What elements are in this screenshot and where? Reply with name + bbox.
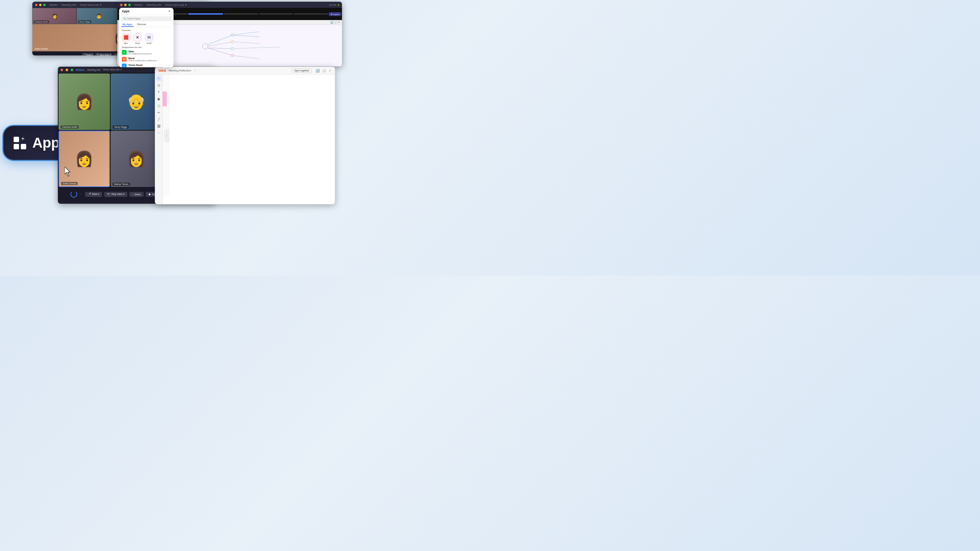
cell-name-sofia: Sofia Gomez <box>61 182 78 185</box>
text-tool-br[interactable]: T <box>156 89 162 95</box>
scroll-hint-br[interactable]: › <box>164 129 169 143</box>
expand-icon-br[interactable]: ⬜ <box>322 69 326 73</box>
minimize-dot-tr[interactable] <box>124 4 127 6</box>
connector-tool-br[interactable]: ╱ <box>156 117 162 122</box>
video-cell-sofia: 👩 Sofia Gomez <box>59 130 110 187</box>
svg-point-13 <box>231 54 234 57</box>
refresh-icon-br[interactable]: 🔄 <box>316 69 320 73</box>
shape-tool-br[interactable]: ◻ <box>156 103 162 108</box>
miro-board-label-br: Meeting Reflection <box>169 69 191 72</box>
time-tr: 12:40 <box>329 3 336 6</box>
fav-app-hudll[interactable]: H Hudll <box>145 33 153 44</box>
participant-name-1: Clarissa Smith <box>34 21 49 23</box>
svg-point-11 <box>231 40 234 43</box>
sticky-partial: gu... n... visi... <box>163 92 167 106</box>
discover-tab[interactable]: Discover <box>136 22 148 27</box>
part-tr-3 <box>188 13 223 14</box>
svg-line-3 <box>208 48 232 49</box>
miro-window-bottomright: miro Meeting Reflection ☆ ↑ Open togethe… <box>155 67 335 205</box>
max-dot-bl[interactable] <box>71 69 73 71</box>
show-menu-tr[interactable]: Show menu bar ▾ <box>165 3 186 6</box>
close-dot-bl[interactable] <box>60 69 63 71</box>
hoylr-fav-icon: ✕ <box>134 33 142 41</box>
cell-name-clarissa: Clarissa Smith <box>60 125 79 129</box>
meeting-info-tr[interactable]: Meeting info <box>147 3 162 6</box>
suggestion-mural[interactable]: M Mural Online collaborative whiteboard <box>119 56 173 63</box>
webex-logo-topleft: Webex <box>49 3 58 6</box>
hudll-fav-icon: H <box>145 33 153 41</box>
miro-canvas-br: What have you learned? What was surp... … <box>163 75 169 197</box>
close-dot[interactable] <box>35 4 37 6</box>
star-icon-br[interactable]: ☆ <box>194 69 196 72</box>
main-speaker-name: Sofia Gomez <box>34 48 48 50</box>
participant-thumb-1: 👩 Clarissa Smith <box>32 8 76 24</box>
mural-desc: Online collaborative whiteboard <box>128 60 171 62</box>
svg-line-8 <box>232 47 280 49</box>
mural-name: Mural <box>128 57 171 60</box>
miro-tools-br: ↖ ⊡ T ▣ ◻ ✏ ╱ 🖼 ⋯ <box>155 75 163 204</box>
maximize-dot-tr[interactable] <box>128 4 130 6</box>
select-tool-br[interactable]: ↖ <box>156 76 162 81</box>
close-dot-tr[interactable] <box>120 4 123 6</box>
apps-panel-close-button[interactable]: ✕ <box>168 10 171 13</box>
sticky-tool-br[interactable]: ▣ <box>156 96 162 102</box>
stop-video-btn-bl[interactable]: 📷 Stop video ▾ <box>104 192 127 197</box>
svg-point-0 <box>202 43 208 49</box>
show-menu-bar[interactable]: Show menu bar ▾ <box>80 3 101 6</box>
my-apps-tab[interactable]: My Apps <box>121 22 134 27</box>
fav-app-miro[interactable]: 🟥 Miro <box>122 33 130 44</box>
svg-line-2 <box>208 42 232 46</box>
stop-video-button-topleft[interactable]: 📷 Stop video ▾ <box>95 53 112 56</box>
meeting-info-link[interactable]: Meeting info <box>62 3 76 6</box>
apps-panel-title: Apps <box>122 10 130 13</box>
more-dots-bl: ⋯ <box>79 193 82 195</box>
close-icon-br[interactable]: ✕ <box>329 69 331 73</box>
part-tr-5 <box>259 14 293 14</box>
hoylr-fav-label: Hoylr <box>135 42 140 44</box>
svg-point-10 <box>231 34 234 37</box>
apps-dropdown-panel: Apps ✕ 🔍 Search Apps My Apps Discover Fa… <box>119 8 173 67</box>
mural-icon: M <box>122 57 127 62</box>
show-menu-bl[interactable]: Show menu bar ▾ <box>103 68 122 71</box>
pen-tool-br[interactable]: ✏ <box>156 110 162 115</box>
miro-logo-br: miro <box>159 69 166 73</box>
layout-button-tr[interactable]: ⊞ Layout <box>329 12 341 16</box>
slido-desc: Live polling and questions <box>128 53 171 55</box>
webex-logo-tr: Webex <box>134 3 143 6</box>
svg-line-1 <box>208 35 232 44</box>
minimize-dot[interactable] <box>39 4 41 6</box>
suggestion-thrive[interactable]: T Thrive Reset Take a breath and reset w… <box>119 63 173 67</box>
apps-grid-icon <box>14 137 26 149</box>
suggestions-label: Suggestions for you <box>119 46 173 49</box>
image-tool-br[interactable]: 🖼 <box>156 124 162 129</box>
frame-tool-br[interactable]: ⊡ <box>156 83 162 88</box>
meeting-info-bl[interactable]: Meeting info <box>88 69 100 71</box>
suggestion-slido[interactable]: S Slido Live polling and questions <box>119 49 173 56</box>
share-btn-bl[interactable]: ↑ Share <box>129 192 143 197</box>
min-dot-bl[interactable] <box>66 69 68 71</box>
fav-app-hoylr[interactable]: ✕ Hoylr <box>134 33 142 44</box>
svg-line-9 <box>232 56 259 59</box>
miro-content-br: ↖ ⊡ T ▣ ◻ ✏ ╱ 🖼 ⋯ What have you learned?… <box>155 75 335 204</box>
apps-search-input[interactable]: 🔍 Search Apps <box>121 16 172 21</box>
window-titlebar-topright: Webex Meeting info Show menu bar ▾ 12:40… <box>118 2 342 8</box>
more-tools-br[interactable]: ⋯ <box>156 130 162 136</box>
apps-tabs: My Apps Discover <box>119 22 173 27</box>
mute-btn-bl[interactable]: 🎤 Mute ▾ <box>85 192 102 197</box>
svg-line-4 <box>208 48 232 56</box>
video-cell-henry: 👴 Henry Riggs <box>111 73 162 130</box>
slido-name: Slido <box>128 50 171 53</box>
cursor-icon <box>65 167 73 178</box>
svg-line-7 <box>232 42 259 43</box>
mute-button-topleft[interactable]: 🎤 Mute ▾ <box>82 53 94 56</box>
participant-name-2: Henry Riggs <box>78 21 91 23</box>
hudll-fav-label: Hudll <box>147 42 151 44</box>
miro-titlebar-br: miro Meeting Reflection ☆ ↑ Open togethe… <box>155 67 335 75</box>
open-together-button[interactable]: Open together <box>292 68 312 73</box>
video-cell-clarissa: 👩 Clarissa Smith <box>59 73 110 130</box>
part-tr-6 <box>294 14 328 14</box>
cell-name-marise: Marise Torres <box>113 183 130 186</box>
maximize-dot[interactable] <box>43 4 46 6</box>
webex-logo-bl: Webex <box>76 68 85 71</box>
share-icon-br[interactable]: ↑ <box>199 69 200 72</box>
